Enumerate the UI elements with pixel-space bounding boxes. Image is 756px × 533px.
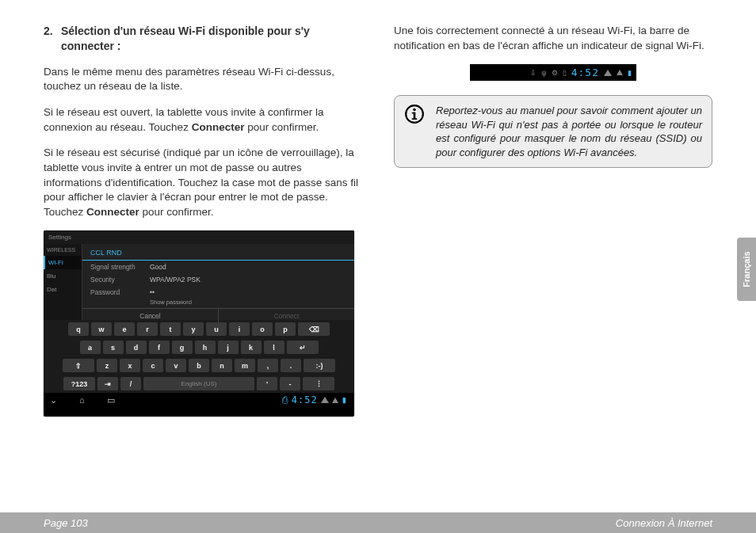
key-e[interactable]: e xyxy=(114,322,135,336)
sd-icon: ▯ xyxy=(563,69,567,77)
key-l[interactable]: l xyxy=(264,341,284,354)
android-navbar: ⌄ ⌂ ▭ ⎙ 4:52 ▮ xyxy=(44,393,354,407)
key-d[interactable]: d xyxy=(126,341,147,354)
key-x[interactable]: x xyxy=(120,359,140,372)
onscreen-keyboard[interactable]: qwertyuiop⌫ asdfghjkl↵ ⇧zxcvbnm,.:-) ?12… xyxy=(44,320,354,393)
page-number: Page 103 xyxy=(44,517,88,529)
signal-icon xyxy=(617,70,623,75)
security-label: Security xyxy=(90,276,150,284)
settings-label: Settings xyxy=(48,234,71,241)
key-tab[interactable]: ⇥ xyxy=(97,377,118,390)
signal-icon xyxy=(332,398,338,403)
paragraph: Dans le même menu des paramètres réseau … xyxy=(44,65,362,94)
key-q[interactable]: q xyxy=(68,322,89,336)
wifi-dialog-screenshot: Settings WIRELESS Wi-Fi Blu Dat CCL RND … xyxy=(44,230,354,417)
signal-strength-value: Good xyxy=(150,263,166,271)
clock-time: 4:52 xyxy=(292,394,318,405)
key-slash[interactable]: / xyxy=(120,377,141,390)
key-y[interactable]: y xyxy=(183,322,204,336)
key-menu-icon[interactable]: ⋮ xyxy=(303,377,334,390)
key-z[interactable]: z xyxy=(97,359,117,372)
clock-time: 4:52 xyxy=(571,67,599,78)
page-footer: Page 103 Connexion À Internet xyxy=(0,512,756,533)
info-callout: Reportez-vous au manuel pour savoir comm… xyxy=(394,95,712,168)
paragraph: Si le réseau est ouvert, la tablette vou… xyxy=(44,105,362,135)
sidebar-header: WIRELESS xyxy=(44,244,82,256)
paragraph: Si le réseau est sécurisé (indiqué par u… xyxy=(44,146,362,219)
show-password-checkbox[interactable]: Show password xyxy=(82,299,354,308)
download-icon: ⇩ xyxy=(530,69,536,77)
key-o[interactable]: o xyxy=(252,322,273,336)
key-symbols[interactable]: ?123 xyxy=(63,377,95,390)
key-k[interactable]: k xyxy=(241,341,262,354)
wifi-icon xyxy=(604,70,612,76)
bold-action: Connecter xyxy=(192,121,245,133)
sidebar-item-data[interactable]: Dat xyxy=(44,283,82,296)
paragraph: Une fois correctement connecté à un rése… xyxy=(394,24,712,53)
key-apostrophe[interactable]: ' xyxy=(257,377,277,390)
debug-icon: ⚙ xyxy=(552,69,558,77)
cancel-button[interactable]: Cancel xyxy=(82,309,219,323)
heading-number: 2. xyxy=(44,24,61,54)
settings-sidebar: WIRELESS Wi-Fi Blu Dat xyxy=(44,244,82,320)
key-⇧[interactable]: ⇧ xyxy=(63,359,94,372)
section-title: Connexion À Internet xyxy=(616,517,712,529)
language-tab: Français xyxy=(737,238,756,301)
key-h[interactable]: h xyxy=(195,341,216,354)
svg-rect-4 xyxy=(412,119,418,120)
key-space[interactable]: English (US) xyxy=(143,377,254,390)
key-,[interactable]: , xyxy=(258,359,278,372)
usb-icon: ⎙ xyxy=(282,394,288,405)
key-m[interactable]: m xyxy=(235,359,255,372)
key-a[interactable]: a xyxy=(80,341,101,354)
key-f[interactable]: f xyxy=(149,341,170,354)
security-value: WPA/WPA2 PSK xyxy=(150,276,200,284)
battery-icon: ▮ xyxy=(628,69,632,77)
password-field[interactable]: •• xyxy=(150,288,155,296)
sidebar-item-wifi[interactable]: Wi-Fi xyxy=(44,256,82,269)
nav-home-icon[interactable]: ⌂ xyxy=(79,395,85,405)
key-g[interactable]: g xyxy=(172,341,193,354)
key-dash[interactable]: - xyxy=(280,377,300,390)
key-t[interactable]: t xyxy=(160,322,181,336)
notification-bar-image: ⇩ ψ ⚙ ▯ 4:52 ▮ xyxy=(470,64,636,81)
key-w[interactable]: w xyxy=(91,322,112,336)
key-n[interactable]: n xyxy=(212,359,232,372)
key-u[interactable]: u xyxy=(206,322,227,336)
battery-icon: ▮ xyxy=(342,394,348,405)
wifi-connect-dialog: CCL RND Signal strengthGood SecurityWPA/… xyxy=(82,244,354,320)
key-.[interactable]: . xyxy=(281,359,301,372)
usb-icon: ψ xyxy=(541,69,546,77)
key-v[interactable]: v xyxy=(166,359,186,372)
nav-back-icon[interactable]: ⌄ xyxy=(50,395,57,405)
key-:-)[interactable]: :-) xyxy=(304,359,335,372)
key-r[interactable]: r xyxy=(137,322,158,336)
key-⌫[interactable]: ⌫ xyxy=(298,322,330,336)
svg-rect-3 xyxy=(412,112,415,114)
heading-text: Sélection d'un réseau Wi-Fi disponible p… xyxy=(61,24,362,54)
key-j[interactable]: j xyxy=(218,341,239,354)
info-icon xyxy=(404,104,426,159)
svg-point-1 xyxy=(413,109,415,111)
key-i[interactable]: i xyxy=(229,322,250,336)
key-p[interactable]: p xyxy=(275,322,296,336)
signal-strength-label: Signal strength xyxy=(90,263,150,271)
bold-action: Connecter xyxy=(86,206,139,218)
key-↵[interactable]: ↵ xyxy=(287,341,319,354)
info-text: Reportez-vous au manuel pour savoir comm… xyxy=(436,104,702,159)
key-b[interactable]: b xyxy=(189,359,209,372)
nav-recent-icon[interactable]: ▭ xyxy=(107,395,115,405)
wifi-icon xyxy=(321,397,329,403)
sidebar-item-bluetooth[interactable]: Blu xyxy=(44,269,82,283)
key-c[interactable]: c xyxy=(143,359,163,372)
section-heading: 2. Sélection d'un réseau Wi-Fi disponibl… xyxy=(44,24,362,54)
connect-button[interactable]: Connect xyxy=(219,309,354,323)
dialog-title: CCL RND xyxy=(82,244,354,261)
password-label: Password xyxy=(90,288,150,296)
key-s[interactable]: s xyxy=(103,341,124,354)
